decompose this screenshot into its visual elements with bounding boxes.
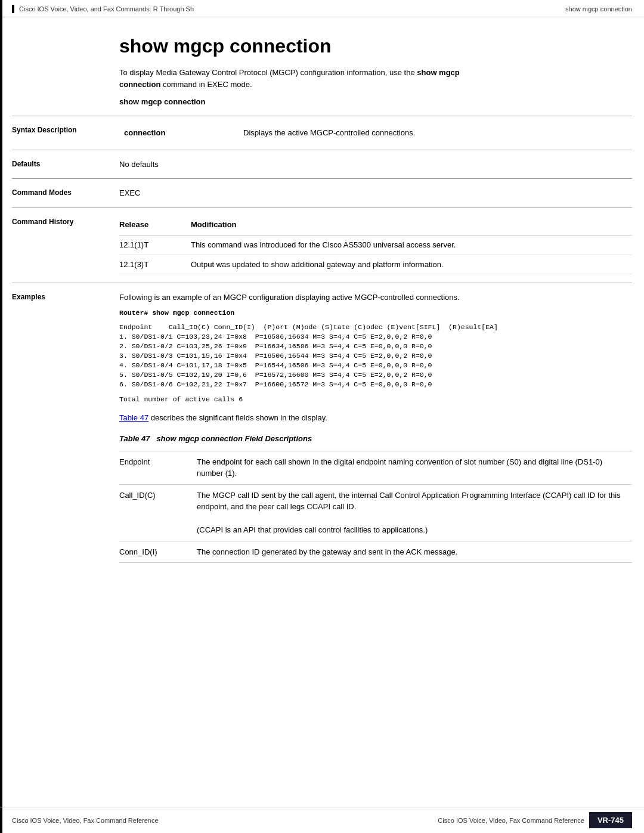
table47-link[interactable]: Table 47 — [119, 413, 148, 422]
examples-intro: Following is an example of an MGCP confi… — [119, 292, 632, 304]
command-history-content: Release Modification 12.1(1)TThis comman… — [119, 216, 632, 275]
intro-bold1: show mgcp — [417, 68, 460, 77]
field-table-row: EndpointThe endpoint for each call shown… — [119, 451, 632, 484]
field-table-row: Conn_ID(I)The connection ID generated by… — [119, 541, 632, 563]
field-table: EndpointThe endpoint for each call shown… — [119, 451, 632, 563]
history-table-row: 12.1(1)TThis command was introduced for … — [119, 236, 632, 255]
page-number: VR-745 — [589, 812, 632, 828]
field-table-row: Call_ID(C)The MGCP call ID sent by the c… — [119, 484, 632, 541]
header-left-text: Cisco IOS Voice, Video, and Fax Commands… — [19, 5, 194, 13]
syntax-table: connection Displays the active MGCP-cont… — [119, 125, 632, 141]
link-suffix: describes the significant fields shown i… — [148, 413, 327, 422]
history-release: 12.1(3)T — [119, 255, 191, 274]
examples-total: Total number of active calls 6 — [119, 394, 632, 404]
command-modes-row: Command Modes EXEC — [12, 178, 632, 208]
history-col-release: Release — [119, 216, 191, 236]
history-table-row: 12.1(3)TOutput was updated to show addit… — [119, 255, 632, 274]
intro-paragraph: To display Media Gateway Control Protoco… — [119, 67, 632, 90]
header-right-text: show mgcp connection — [565, 5, 632, 13]
examples-row: Examples Following is an example of an M… — [12, 283, 632, 571]
history-release: 12.1(1)T — [119, 236, 191, 255]
table-caption: Table 47 show mgcp connection Field Desc… — [119, 433, 632, 445]
footer: Cisco IOS Voice, Video, Fax Command Refe… — [0, 807, 644, 833]
syntax-definition: Displays the active MGCP-controlled conn… — [239, 125, 632, 141]
field-name: Call_ID(C) — [119, 484, 197, 541]
field-description: The connection ID generated by the gatew… — [197, 541, 632, 563]
examples-code-prompt: Router# show mgcp connection — [119, 308, 632, 318]
history-modification: This command was introduced for the Cisc… — [191, 236, 632, 255]
syntax-table-row: connection Displays the active MGCP-cont… — [119, 125, 632, 141]
router-prompt: Router# show mgcp connection — [119, 309, 234, 317]
page-content: show mgcp connection To display Media Ga… — [0, 17, 644, 595]
field-name: Endpoint — [119, 451, 197, 484]
defaults-value: No defaults — [119, 159, 632, 171]
defaults-label: Defaults — [12, 159, 119, 171]
footer-right: Cisco IOS Voice, Video, Fax Command Refe… — [438, 812, 632, 828]
defaults-row: Defaults No defaults — [12, 150, 632, 179]
header-bar-icon — [12, 5, 14, 13]
command-modes-value: EXEC — [119, 187, 632, 199]
examples-code-output: Endpoint Call_ID(C) Conn_ID(I) (P)ort (M… — [119, 323, 632, 390]
intro-command-display: show mgcp connection — [119, 97, 632, 106]
command-modes-label: Command Modes — [12, 187, 119, 199]
examples-label: Examples — [12, 292, 119, 563]
intro-section: To display Media Gateway Control Protoco… — [12, 67, 632, 106]
content-area: Syntax Description connection Displays t… — [12, 116, 632, 571]
syntax-term: connection — [119, 125, 239, 141]
command-history-row: Command History Release Modification 12.… — [12, 208, 632, 283]
examples-content: Following is an example of an MGCP confi… — [119, 292, 632, 563]
syntax-description-label: Syntax Description — [12, 125, 119, 141]
syntax-description-row: Syntax Description connection Displays t… — [12, 116, 632, 150]
header-left: Cisco IOS Voice, Video, and Fax Commands… — [12, 5, 194, 13]
syntax-description-content: connection Displays the active MGCP-cont… — [119, 125, 632, 141]
command-history-label: Command History — [12, 216, 119, 275]
left-accent-bar — [0, 0, 2, 833]
history-col-modification: Modification — [191, 216, 632, 236]
intro-bold2: connection — [119, 80, 160, 89]
examples-link-paragraph: Table 47 describes the significant field… — [119, 412, 632, 424]
footer-left-text: Cisco IOS Voice, Video, Fax Command Refe… — [12, 817, 159, 824]
history-modification: Output was updated to show additional ga… — [191, 255, 632, 274]
field-name: Conn_ID(I) — [119, 541, 197, 563]
field-description: The endpoint for each call shown in the … — [197, 451, 632, 484]
history-table-header-row: Release Modification — [119, 216, 632, 236]
history-table: Release Modification 12.1(1)TThis comman… — [119, 216, 632, 275]
footer-right-label: Cisco IOS Voice, Video, Fax Command Refe… — [438, 817, 584, 824]
table-caption-prefix: Table 47 — [119, 434, 150, 443]
field-description: The MGCP call ID sent by the call agent,… — [197, 484, 632, 541]
page-title: show mgcp connection — [12, 17, 632, 67]
table-caption-suffix: show mgcp connection Field Descriptions — [156, 434, 312, 443]
header: Cisco IOS Voice, Video, and Fax Commands… — [0, 0, 644, 17]
